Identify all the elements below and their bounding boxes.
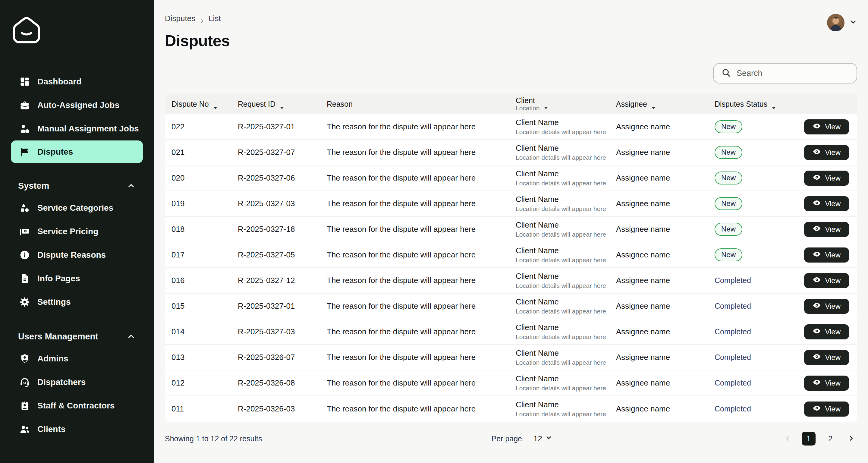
page-button-1[interactable]: 1 xyxy=(802,432,815,445)
table-row: 014 R-2025-0327-03 The reason for the di… xyxy=(165,319,857,345)
view-button[interactable]: View xyxy=(804,325,849,339)
sidebar-item-dispute-reasons[interactable]: Dispute Reasons xyxy=(0,243,154,267)
column-header-dispute-no[interactable]: Dispute No xyxy=(172,100,238,109)
page-button-2[interactable]: 2 xyxy=(824,432,837,445)
brand-logo[interactable] xyxy=(0,11,154,45)
cell-status: Completed xyxy=(715,276,790,285)
view-button[interactable]: View xyxy=(804,145,849,160)
client-location: Location details will appear here xyxy=(516,205,616,213)
view-button-label: View xyxy=(825,174,841,182)
sidebar-item-label: Dispatchers xyxy=(37,377,86,387)
sidebar-item-clients[interactable]: Clients xyxy=(0,418,154,441)
sidebar-section-users-management[interactable]: Users Management xyxy=(0,326,154,347)
sidebar-item-service-categories[interactable]: Service Categories xyxy=(0,196,154,220)
per-page-value: 12 xyxy=(533,434,542,443)
id-badge-icon xyxy=(19,400,31,412)
sort-arrow-icon[interactable] xyxy=(544,102,548,105)
column-header-request-id[interactable]: Request ID xyxy=(238,100,327,109)
sidebar-item-dashboard[interactable]: Dashboard xyxy=(0,70,154,93)
headset-icon xyxy=(19,376,31,388)
cell-actions: View xyxy=(790,171,857,186)
cell-dispute-no: 013 xyxy=(172,353,238,362)
view-button[interactable]: View xyxy=(804,119,849,134)
per-page-control: Per page 12 xyxy=(492,434,553,443)
eye-icon xyxy=(812,301,821,311)
column-header-assignee[interactable]: Assignee xyxy=(616,100,715,109)
cell-status: New xyxy=(715,223,790,236)
table-row: 011 R-2025-0326-03 The reason for the di… xyxy=(165,396,857,422)
sort-arrow-icon[interactable] xyxy=(772,102,776,105)
cell-client: Client Name Location details will appear… xyxy=(516,220,616,239)
sidebar-item-admins[interactable]: Admins xyxy=(0,347,154,370)
sort-arrow-icon[interactable] xyxy=(651,102,656,105)
cell-request-id: R-2025-0327-01 xyxy=(238,122,327,131)
client-name: Client Name xyxy=(516,169,616,179)
cell-dispute-no: 019 xyxy=(172,199,238,208)
view-button[interactable]: View xyxy=(804,376,849,391)
eye-icon xyxy=(812,122,821,132)
table-row: 022 R-2025-0327-01 The reason for the di… xyxy=(165,114,857,140)
sidebar-item-dispatchers[interactable]: Dispatchers xyxy=(0,370,154,394)
table-row: 013 R-2025-0326-07 The reason for the di… xyxy=(165,345,857,370)
view-button[interactable]: View xyxy=(804,273,849,288)
view-button-label: View xyxy=(825,225,841,234)
cell-dispute-no: 011 xyxy=(172,404,238,413)
sidebar-item-settings[interactable]: Settings xyxy=(0,290,154,314)
next-page-button[interactable] xyxy=(845,433,857,444)
view-button[interactable]: View xyxy=(804,299,849,314)
view-button[interactable]: View xyxy=(804,196,849,211)
people-icon xyxy=(19,423,31,435)
cell-client: Client Name Location details will appear… xyxy=(516,374,616,393)
section-title: System xyxy=(18,181,49,191)
cell-reason: The reason for the dispute will appear h… xyxy=(327,224,516,234)
gear-icon xyxy=(19,296,31,308)
client-location: Location details will appear here xyxy=(516,179,616,187)
view-button[interactable]: View xyxy=(804,350,849,365)
cell-client: Client Name Location details will appear… xyxy=(516,322,616,341)
sidebar-item-auto-assigned-jobs[interactable]: Auto-Assigned Jobs xyxy=(0,93,154,117)
view-button[interactable]: View xyxy=(804,171,849,186)
sidebar-item-label: Disputes xyxy=(37,147,73,157)
view-button[interactable]: View xyxy=(804,402,849,416)
sort-arrow-icon[interactable] xyxy=(280,102,284,105)
per-page-select[interactable]: 12 xyxy=(533,434,553,443)
view-button[interactable]: View xyxy=(804,222,849,237)
breadcrumb-list[interactable]: List xyxy=(209,14,221,23)
table-row: 012 R-2025-0326-08 The reason for the di… xyxy=(165,370,857,396)
sidebar-section-system[interactable]: System xyxy=(0,175,154,196)
chevron-up-icon xyxy=(127,332,135,341)
search-box[interactable] xyxy=(713,63,857,84)
cell-status: Completed xyxy=(715,327,790,336)
client-name: Client Name xyxy=(516,400,616,410)
column-subheader-location: Location xyxy=(516,104,539,112)
breadcrumb-disputes[interactable]: Disputes xyxy=(165,14,195,23)
sidebar-item-service-pricing[interactable]: Service Pricing xyxy=(0,220,154,243)
column-header-disputes-status[interactable]: Disputes Status xyxy=(715,100,790,109)
cell-assignee: Assignee name xyxy=(616,122,715,131)
cell-client: Client Name Location details will appear… xyxy=(516,246,616,265)
eye-icon xyxy=(812,352,821,363)
cell-status: New xyxy=(715,146,790,159)
view-button[interactable]: View xyxy=(804,247,849,263)
view-button-label: View xyxy=(825,353,841,362)
status-badge: Completed xyxy=(715,353,751,362)
status-badge: New xyxy=(715,197,742,210)
table-row: 015 R-2025-0327-01 The reason for the di… xyxy=(165,294,857,319)
main-content: Disputes List Disputes xyxy=(154,0,868,463)
previous-page-button[interactable] xyxy=(782,433,794,444)
sidebar-item-info-pages[interactable]: Info Pages xyxy=(0,267,154,290)
cell-request-id: R-2025-0326-08 xyxy=(238,378,327,388)
column-header-client[interactable]: Client Location xyxy=(516,96,616,112)
eye-icon xyxy=(812,378,821,388)
sort-arrow-icon[interactable] xyxy=(213,102,218,105)
client-name: Client Name xyxy=(516,348,616,358)
sidebar-item-disputes[interactable]: Disputes xyxy=(11,141,143,163)
cell-client: Client Name Location details will appear… xyxy=(516,348,616,367)
search-input[interactable] xyxy=(737,69,849,78)
account-menu[interactable] xyxy=(827,14,857,31)
sidebar-item-manual-assignment-jobs[interactable]: Manual Assignment Jobs xyxy=(0,117,154,141)
status-badge: Completed xyxy=(715,327,751,336)
sidebar-nav: Dashboard Auto-Assigned Jobs Manual Assi… xyxy=(0,70,154,441)
sidebar-item-staff-contractors[interactable]: Staff & Contractors xyxy=(0,394,154,418)
sidebar-item-label: Service Pricing xyxy=(37,227,98,236)
